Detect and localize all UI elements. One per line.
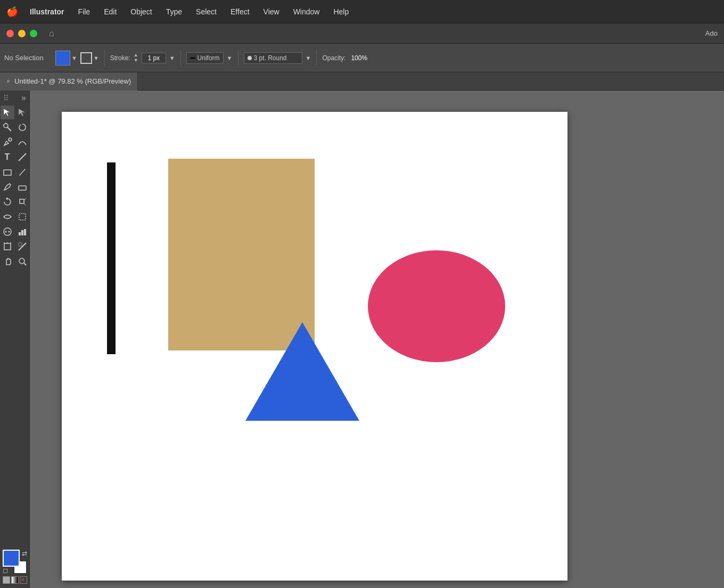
pencil-tool-button[interactable] [1,180,14,194]
line-tool-button[interactable] [15,150,29,164]
default-colors-button[interactable]: ◻ [3,567,8,574]
main-area: ⠿ » [0,91,724,588]
svg-line-26 [19,243,26,250]
svg-rect-9 [4,170,11,175]
svg-rect-15 [19,214,26,220]
tool-row-9 [0,225,29,239]
toolbox-collapse-button[interactable]: » [21,93,26,103]
fill-swatch[interactable] [3,550,20,567]
black-line-shape[interactable] [107,162,116,354]
menu-help[interactable]: Help [331,6,351,17]
zoom-tool-button[interactable] [15,255,29,268]
curvature-tool-button[interactable] [15,135,29,149]
tool-row-5 [0,165,29,179]
canvas-area[interactable] [30,91,724,588]
menu-illustrator[interactable]: Illustrator [28,6,67,17]
home-icon[interactable]: ⌂ [46,28,57,39]
round-label: 3 pt. Round [254,54,287,62]
separator-1 [104,50,105,66]
menu-file[interactable]: File [76,6,93,17]
svg-marker-0 [4,109,10,116]
color-tools: ⇄ ◻ × [3,550,27,588]
minimize-button[interactable] [18,30,26,37]
uniform-label: Uniform [198,54,220,62]
gradient-mode-button[interactable] [11,576,19,584]
menu-bar: 🍎 Illustrator File Edit Object Type Sele… [0,0,724,23]
apple-icon[interactable]: 🍎 [6,6,18,18]
close-button[interactable] [6,30,14,37]
fill-dropdown-arrow[interactable]: ▼ [71,55,77,61]
type-tool-button[interactable]: T [1,150,14,164]
menu-view[interactable]: View [261,6,282,17]
stroke-icon[interactable] [80,52,92,64]
svg-rect-27 [19,243,22,246]
magic-wand-tool-button[interactable] [1,120,14,134]
pen-tool-button[interactable] [1,135,14,149]
direct-selection-tool-button[interactable] [15,105,29,119]
hand-tool-button[interactable] [1,255,14,268]
artboard-tool-button[interactable] [1,240,14,254]
tab-close-button[interactable]: × [6,78,10,85]
toolbar: No Selection ▼ ▼ Stroke: ▲ ▼ 1 px ▼ Unif… [0,44,724,72]
menu-type[interactable]: Type [164,6,184,17]
paintbrush-tool-button[interactable] [15,165,29,179]
stroke-unit-dropdown[interactable]: ▼ [169,55,175,61]
swap-colors-button[interactable]: ⇄ [22,550,27,557]
svg-point-17 [5,231,6,233]
tool-row-7 [0,195,29,209]
free-transform-tool-button[interactable] [15,210,29,224]
rotate-tool-button[interactable] [1,195,14,209]
menu-edit[interactable]: Edit [102,6,119,17]
symbol-tool-button[interactable] [1,225,14,239]
none-mode-button[interactable]: × [20,576,27,584]
toolbox-grip: ⠿ [3,94,9,102]
stroke-value-input[interactable]: 1 px [142,53,166,63]
pink-ellipse-shape[interactable] [368,250,505,362]
stroke-spin-up[interactable]: ▲ ▼ [134,53,138,63]
separator-4 [316,50,317,66]
slice-tool-button[interactable] [15,240,29,254]
tan-rectangle-shape[interactable] [168,159,315,350]
round-dropdown-arrow[interactable]: ▼ [306,55,311,61]
uniform-dropdown-arrow[interactable]: ▼ [227,55,233,61]
maximize-button[interactable] [30,30,37,37]
color-mode-row: × [3,576,27,584]
svg-point-3 [4,124,8,128]
fill-color-swatch[interactable] [55,51,70,66]
menu-effect[interactable]: Effect [228,6,252,17]
window-controls-bar: ⌂ Ado [0,23,724,44]
round-preview[interactable]: 3 pt. Round [244,52,302,64]
tool-row-6 [0,180,29,194]
scale-tool-button[interactable] [15,195,29,209]
svg-rect-21 [24,229,26,235]
stroke-dropdown-arrow[interactable]: ▼ [93,55,99,61]
graph-tool-button[interactable] [15,225,29,239]
adobe-label: Ado [705,29,718,37]
menu-window[interactable]: Window [291,6,322,17]
menu-object[interactable]: Object [128,6,154,17]
svg-marker-11 [6,197,7,200]
svg-rect-19 [19,232,21,235]
svg-line-29 [24,263,26,265]
shape-tool-button[interactable] [1,165,14,179]
canvas-page [62,112,567,581]
lasso-tool-button[interactable] [15,120,29,134]
svg-line-2 [7,127,11,131]
separator-2 [180,50,181,66]
document-tab[interactable]: × Untitled-1* @ 79.82 % (RGB/Preview) [0,72,138,91]
stroke-label: Stroke: [110,54,130,62]
eraser-tool-button[interactable] [15,180,29,194]
opacity-value: 100% [351,54,367,62]
blue-triangle-shape[interactable] [245,322,359,421]
fill-mode-button[interactable] [3,576,10,584]
svg-marker-1 [19,109,25,116]
selection-tool-button[interactable] [1,105,14,119]
menu-select[interactable]: Select [194,6,219,17]
tool-row-4: T [0,150,29,164]
svg-rect-20 [21,230,23,235]
warp-tool-button[interactable] [1,210,14,224]
svg-point-18 [8,231,10,233]
svg-rect-22 [4,243,11,250]
stroke-line-preview[interactable]: Uniform [186,52,224,64]
selection-status: No Selection [4,54,52,62]
